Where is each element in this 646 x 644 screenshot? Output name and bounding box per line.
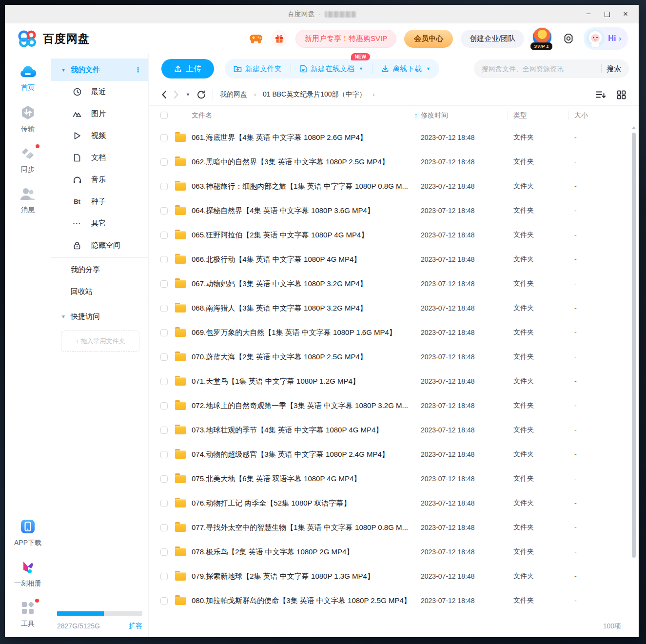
table-row[interactable]: 075.北美大地【6集 英语 双语字幕 1080P 4G MP4】 2023-0… [149, 467, 639, 491]
nav-item-photo-album[interactable]: 一刻相册 [14, 560, 41, 588]
row-checkbox[interactable] [160, 524, 168, 531]
settings-icon[interactable] [561, 31, 576, 46]
table-row[interactable]: 079.探索新地球【2集 英语 中文字幕 1080P 1.3G MP4】 202… [149, 564, 639, 588]
close-button[interactable]: × [616, 5, 635, 23]
nav-item-app-download[interactable]: APP下载 [14, 519, 41, 547]
select-all-checkbox[interactable] [160, 112, 168, 119]
file-name[interactable]: 064.探秘自然界【4集 英语 中文字幕 1080P 3.6G MP4】 [192, 206, 421, 215]
sidebar-item-music[interactable]: 音乐 [51, 169, 148, 191]
row-checkbox[interactable] [160, 207, 168, 215]
file-name[interactable]: 075.北美大地【6集 英语 双语字幕 1080P 4G MP4】 [192, 474, 421, 484]
sidebar-item-documents[interactable]: 文档 [51, 147, 148, 169]
column-header-modified[interactable]: 修改时间 [421, 106, 513, 125]
column-header-name[interactable]: 文件名 [192, 111, 212, 120]
file-name[interactable]: 072.地球上的自然奇观第一季【3集 英语 中文字幕 1080P 3.2G M.… [192, 401, 421, 410]
table-row[interactable]: 078.极乐鸟【2集 英语 中文字幕 1080P 2G MP4】 2023-07… [149, 540, 639, 564]
sort-list-icon[interactable] [595, 90, 606, 99]
nav-item-tools[interactable]: 工具 [20, 601, 35, 628]
new-folder-button[interactable]: 新建文件夹 [225, 63, 291, 74]
table-row[interactable]: 072.地球上的自然奇观第一季【3集 英语 中文字幕 1080P 3.2G M.… [149, 393, 639, 418]
table-row[interactable]: 063.神秘旅行：细胞内部之旅【1集 英语 中字字幕 1080P 0.8G M.… [149, 174, 639, 198]
search-input[interactable] [482, 65, 596, 73]
grid-view-icon[interactable] [617, 90, 626, 99]
assistant-entry[interactable]: Hi › [584, 27, 628, 50]
offline-download-button[interactable]: 离线下载 ▼ [372, 63, 439, 74]
search-box[interactable]: 搜索 [474, 59, 629, 78]
file-name[interactable]: 078.极乐鸟【2集 英语 中文字幕 1080P 2G MP4】 [192, 547, 421, 557]
upload-button[interactable]: 上传 [161, 59, 214, 78]
file-name[interactable]: 063.神秘旅行：细胞内部之旅【1集 英语 中字字幕 1080P 0.8G M.… [192, 182, 421, 191]
row-checkbox[interactable] [160, 500, 168, 507]
sidebar-item-my-files[interactable]: ▼ 我的文件 ⋮ [51, 59, 148, 81]
table-row[interactable]: 069.包罗万象的大自然【1集 英语 中文字幕 1080P 1.6G MP4】 … [149, 320, 639, 345]
sidebar-item-videos[interactable]: 视频 [51, 125, 148, 147]
file-name[interactable]: 067.动物妈妈【3集 英语 中文字幕 1080P 3.2G MP4】 [192, 279, 421, 289]
table-row[interactable]: 080.加拉帕戈斯群岛的使命【3集 英语 中文字幕 1080P 2.5G MP4… [149, 588, 639, 613]
column-header-size[interactable]: 大小 [574, 106, 616, 125]
svip-promo-button[interactable]: 新用户专享！特惠购SVIP [295, 30, 396, 48]
row-checkbox[interactable] [160, 183, 168, 190]
back-button[interactable] [161, 90, 167, 99]
file-name[interactable]: 070.蔚蓝大海【2集 英语 中文字幕 1080P 2.5G MP4】 [192, 352, 421, 362]
kebab-menu-icon[interactable]: ⋮ [135, 68, 141, 71]
nav-item-sync[interactable]: 同步 [20, 146, 36, 174]
row-checkbox[interactable] [160, 451, 168, 458]
row-checkbox[interactable] [160, 475, 168, 483]
table-row[interactable]: 073.地球壮观的季节【4集 英语 中文字幕 1080P 4G MP4】 202… [149, 418, 639, 442]
sidebar-item-other[interactable]: ··· 其它 [51, 213, 148, 234]
row-checkbox[interactable] [160, 305, 168, 312]
scrollbar-thumb[interactable] [632, 133, 636, 558]
scroll-up-arrow-icon[interactable] [632, 126, 636, 129]
new-online-doc-button[interactable]: NEW 新建在线文档 ▼ [291, 63, 372, 74]
maximize-button[interactable] [598, 5, 616, 23]
row-checkbox[interactable] [160, 402, 168, 410]
sidebar-item-recycle-bin[interactable]: 回收站 [51, 281, 148, 303]
forward-button[interactable] [174, 90, 179, 99]
table-row[interactable]: 067.动物妈妈【3集 英语 中文字幕 1080P 3.2G MP4】 2023… [149, 272, 639, 296]
row-checkbox[interactable] [160, 134, 168, 141]
table-row[interactable]: 077.寻找外太空中的智慧生物【1集 英语 中文字幕 1080P 0.8G M.… [149, 515, 639, 540]
member-center-button[interactable]: 会员中心 [404, 30, 453, 48]
breadcrumb-current[interactable]: 01 BBC英文纪录片100部（中字） [263, 90, 366, 99]
row-checkbox[interactable] [160, 329, 168, 336]
table-row[interactable]: 071.天堂鸟【1集 英语 中文字幕 1080P 1.2G MP4】 2023-… [149, 369, 639, 393]
table-row[interactable]: 061.海底世界【4集 英语 中文字幕 1080P 2.6G MP4】 2023… [149, 125, 639, 150]
create-team-button[interactable]: 创建企业/团队 [461, 30, 524, 48]
file-name[interactable]: 062.黑暗中的自然界【3集 英语 中文字幕 1080P 2.5G MP4】 [192, 157, 421, 167]
row-checkbox[interactable] [160, 548, 168, 556]
row-checkbox[interactable] [160, 232, 168, 239]
row-checkbox[interactable] [160, 427, 168, 434]
file-name[interactable]: 068.南海猎人【3集 英语 中文字幕 1080P 3.2G MP4】 [192, 304, 421, 313]
table-row[interactable]: 064.探秘自然界【4集 英语 中文字幕 1080P 3.6G MP4】 202… [149, 198, 639, 223]
row-checkbox[interactable] [160, 573, 168, 580]
table-row[interactable]: 065.狂野阿拉伯【2集 英语 中文字幕 1080P 4G MP4】 2023-… [149, 223, 639, 247]
table-row[interactable]: 068.南海猎人【3集 英语 中文字幕 1080P 3.2G MP4】 2023… [149, 296, 639, 320]
sidebar-item-recent[interactable]: 最近 [51, 81, 148, 103]
table-row[interactable]: 076.动物打工记 两季全【52集 1080P 双语字幕】 2023-07-12… [149, 491, 639, 515]
table-row[interactable]: 070.蔚蓝大海【2集 英语 中文字幕 1080P 2.5G MP4】 2023… [149, 345, 639, 369]
file-name[interactable]: 066.北极行动【4集 英语 中文字幕 1080P 4G MP4】 [192, 255, 421, 264]
row-checkbox[interactable] [160, 280, 168, 288]
gift-icon[interactable] [271, 30, 288, 47]
history-dropdown-icon[interactable]: ▼ [186, 92, 190, 97]
file-name[interactable]: 073.地球壮观的季节【4集 英语 中文字幕 1080P 4G MP4】 [192, 426, 421, 435]
file-name[interactable]: 079.探索新地球【2集 英语 中文字幕 1080P 1.3G MP4】 [192, 572, 421, 581]
sidebar-item-torrents[interactable]: Bt 种子 [51, 191, 148, 213]
file-name[interactable]: 061.海底世界【4集 英语 中文字幕 1080P 2.6G MP4】 [192, 133, 421, 142]
user-avatar[interactable]: SVIP 1 [532, 27, 553, 50]
file-name[interactable]: 069.包罗万象的大自然【1集 英语 中文字幕 1080P 1.6G MP4】 [192, 328, 421, 337]
file-name[interactable]: 077.寻找外太空中的智慧生物【1集 英语 中文字幕 1080P 0.8G M.… [192, 523, 421, 532]
table-row[interactable]: 062.黑暗中的自然界【3集 英语 中文字幕 1080P 2.5G MP4】 2… [149, 150, 639, 174]
nav-item-messages[interactable]: 消息 [20, 187, 36, 215]
sidebar-item-my-share[interactable]: 我的分享 [51, 259, 148, 281]
row-checkbox[interactable] [160, 353, 168, 361]
refresh-icon[interactable] [197, 90, 206, 99]
search-button[interactable]: 搜索 [607, 64, 621, 74]
row-checkbox[interactable] [160, 256, 168, 263]
file-name[interactable]: 076.动物打工记 两季全【52集 1080P 双语字幕】 [192, 499, 421, 508]
nav-item-transfer[interactable]: 传输 [20, 105, 36, 134]
file-name[interactable]: 071.天堂鸟【1集 英语 中文字幕 1080P 1.2G MP4】 [192, 377, 421, 386]
nav-item-home[interactable]: 首页 [19, 64, 37, 92]
sidebar-item-quick-access[interactable]: ▼ 快捷访问 [51, 305, 148, 328]
breadcrumb-root[interactable]: 我的网盘 [220, 90, 247, 99]
